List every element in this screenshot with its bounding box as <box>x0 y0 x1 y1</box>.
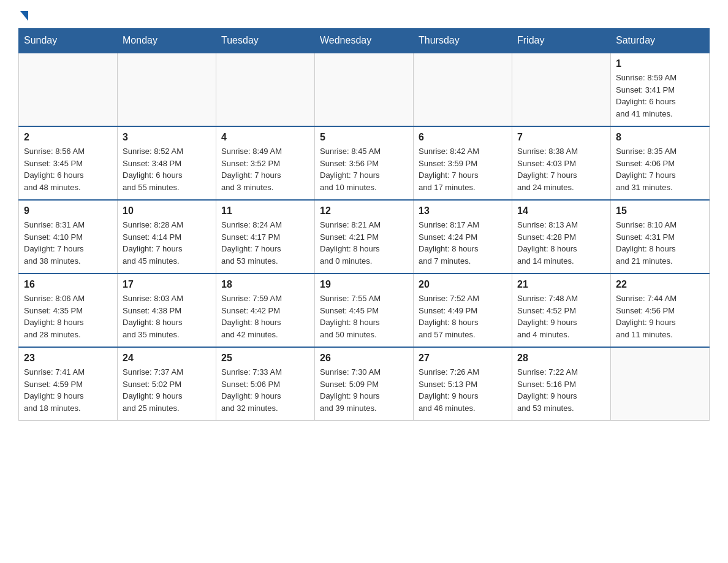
calendar-cell: 7Sunrise: 8:38 AM Sunset: 4:03 PM Daylig… <box>512 126 611 200</box>
calendar-cell: 11Sunrise: 8:24 AM Sunset: 4:17 PM Dayli… <box>216 200 315 274</box>
calendar-cell <box>19 53 118 126</box>
calendar-cell: 13Sunrise: 8:17 AM Sunset: 4:24 PM Dayli… <box>414 200 512 274</box>
day-info: Sunrise: 8:38 AM Sunset: 4:03 PM Dayligh… <box>517 145 605 193</box>
day-info: Sunrise: 8:59 AM Sunset: 3:41 PM Dayligh… <box>616 72 704 120</box>
weekday-header-monday: Monday <box>118 29 216 53</box>
calendar-week-row: 9Sunrise: 8:31 AM Sunset: 4:10 PM Daylig… <box>19 200 710 274</box>
day-number: 13 <box>419 205 507 216</box>
day-number: 25 <box>221 353 309 364</box>
calendar-cell: 6Sunrise: 8:42 AM Sunset: 3:59 PM Daylig… <box>414 126 512 200</box>
day-number: 22 <box>616 279 704 290</box>
day-number: 15 <box>616 205 704 216</box>
day-info: Sunrise: 7:44 AM Sunset: 4:56 PM Dayligh… <box>616 293 704 340</box>
calendar-cell <box>315 53 414 126</box>
calendar-cell <box>611 347 710 421</box>
day-number: 10 <box>123 205 211 216</box>
day-info: Sunrise: 8:49 AM Sunset: 3:52 PM Dayligh… <box>221 145 309 193</box>
calendar-cell: 26Sunrise: 7:30 AM Sunset: 5:09 PM Dayli… <box>315 347 414 421</box>
weekday-header-saturday: Saturday <box>611 29 710 53</box>
day-number: 12 <box>320 205 408 216</box>
day-info: Sunrise: 7:22 AM Sunset: 5:16 PM Dayligh… <box>517 366 605 414</box>
day-number: 18 <box>221 279 309 290</box>
calendar-cell: 3Sunrise: 8:52 AM Sunset: 3:48 PM Daylig… <box>118 126 216 200</box>
day-info: Sunrise: 7:52 AM Sunset: 4:49 PM Dayligh… <box>419 293 507 340</box>
logo <box>18 12 28 22</box>
calendar-cell <box>118 53 216 126</box>
calendar-cell: 2Sunrise: 8:56 AM Sunset: 3:45 PM Daylig… <box>19 126 118 200</box>
weekday-header-sunday: Sunday <box>19 29 118 53</box>
day-number: 14 <box>517 205 605 216</box>
day-number: 9 <box>24 205 112 216</box>
day-info: Sunrise: 7:59 AM Sunset: 4:42 PM Dayligh… <box>221 293 309 340</box>
day-info: Sunrise: 8:13 AM Sunset: 4:28 PM Dayligh… <box>517 219 605 267</box>
calendar-cell: 15Sunrise: 8:10 AM Sunset: 4:31 PM Dayli… <box>611 200 710 274</box>
calendar-cell: 23Sunrise: 7:41 AM Sunset: 4:59 PM Dayli… <box>19 347 118 421</box>
day-number: 3 <box>123 132 211 143</box>
weekday-header-tuesday: Tuesday <box>216 29 315 53</box>
day-number: 23 <box>24 353 112 364</box>
calendar-week-row: 16Sunrise: 8:06 AM Sunset: 4:35 PM Dayli… <box>19 274 710 347</box>
day-number: 1 <box>616 58 704 69</box>
day-info: Sunrise: 7:55 AM Sunset: 4:45 PM Dayligh… <box>320 293 408 340</box>
calendar-cell: 27Sunrise: 7:26 AM Sunset: 5:13 PM Dayli… <box>414 347 512 421</box>
calendar-cell: 8Sunrise: 8:35 AM Sunset: 4:06 PM Daylig… <box>611 126 710 200</box>
logo-triangle-icon <box>20 11 28 21</box>
calendar-cell: 5Sunrise: 8:45 AM Sunset: 3:56 PM Daylig… <box>315 126 414 200</box>
day-info: Sunrise: 8:03 AM Sunset: 4:38 PM Dayligh… <box>123 293 211 340</box>
day-number: 8 <box>616 132 704 143</box>
day-info: Sunrise: 7:41 AM Sunset: 4:59 PM Dayligh… <box>24 366 112 414</box>
calendar-week-row: 1Sunrise: 8:59 AM Sunset: 3:41 PM Daylig… <box>19 53 710 126</box>
day-number: 27 <box>419 353 507 364</box>
calendar-cell: 20Sunrise: 7:52 AM Sunset: 4:49 PM Dayli… <box>414 274 512 347</box>
day-info: Sunrise: 8:24 AM Sunset: 4:17 PM Dayligh… <box>221 219 309 267</box>
day-number: 20 <box>419 279 507 290</box>
day-info: Sunrise: 8:31 AM Sunset: 4:10 PM Dayligh… <box>24 219 112 267</box>
calendar-cell <box>414 53 512 126</box>
day-info: Sunrise: 8:21 AM Sunset: 4:21 PM Dayligh… <box>320 219 408 267</box>
calendar-cell: 4Sunrise: 8:49 AM Sunset: 3:52 PM Daylig… <box>216 126 315 200</box>
weekday-header-friday: Friday <box>512 29 611 53</box>
day-number: 11 <box>221 205 309 216</box>
day-info: Sunrise: 7:37 AM Sunset: 5:02 PM Dayligh… <box>123 366 211 414</box>
calendar-week-row: 23Sunrise: 7:41 AM Sunset: 4:59 PM Dayli… <box>19 347 710 421</box>
day-info: Sunrise: 8:28 AM Sunset: 4:14 PM Dayligh… <box>123 219 211 267</box>
calendar-cell: 18Sunrise: 7:59 AM Sunset: 4:42 PM Dayli… <box>216 274 315 347</box>
calendar-cell: 25Sunrise: 7:33 AM Sunset: 5:06 PM Dayli… <box>216 347 315 421</box>
day-number: 17 <box>123 279 211 290</box>
day-info: Sunrise: 8:10 AM Sunset: 4:31 PM Dayligh… <box>616 219 704 267</box>
calendar-cell: 14Sunrise: 8:13 AM Sunset: 4:28 PM Dayli… <box>512 200 611 274</box>
day-info: Sunrise: 8:17 AM Sunset: 4:24 PM Dayligh… <box>419 219 507 267</box>
calendar-cell: 28Sunrise: 7:22 AM Sunset: 5:16 PM Dayli… <box>512 347 611 421</box>
day-number: 2 <box>24 132 112 143</box>
calendar-table: SundayMondayTuesdayWednesdayThursdayFrid… <box>18 28 710 421</box>
weekday-header-wednesday: Wednesday <box>315 29 414 53</box>
day-number: 26 <box>320 353 408 364</box>
day-info: Sunrise: 7:33 AM Sunset: 5:06 PM Dayligh… <box>221 366 309 414</box>
day-info: Sunrise: 8:56 AM Sunset: 3:45 PM Dayligh… <box>24 145 112 193</box>
day-info: Sunrise: 8:06 AM Sunset: 4:35 PM Dayligh… <box>24 293 112 340</box>
calendar-cell: 22Sunrise: 7:44 AM Sunset: 4:56 PM Dayli… <box>611 274 710 347</box>
day-info: Sunrise: 7:48 AM Sunset: 4:52 PM Dayligh… <box>517 293 605 340</box>
day-number: 24 <box>123 353 211 364</box>
calendar-cell <box>512 53 611 126</box>
day-number: 5 <box>320 132 408 143</box>
day-info: Sunrise: 7:26 AM Sunset: 5:13 PM Dayligh… <box>419 366 507 414</box>
day-info: Sunrise: 8:42 AM Sunset: 3:59 PM Dayligh… <box>419 145 507 193</box>
calendar-header-row: SundayMondayTuesdayWednesdayThursdayFrid… <box>19 29 710 53</box>
day-number: 16 <box>24 279 112 290</box>
weekday-header-thursday: Thursday <box>414 29 512 53</box>
day-number: 6 <box>419 132 507 143</box>
calendar-cell: 17Sunrise: 8:03 AM Sunset: 4:38 PM Dayli… <box>118 274 216 347</box>
calendar-cell: 12Sunrise: 8:21 AM Sunset: 4:21 PM Dayli… <box>315 200 414 274</box>
calendar-cell: 9Sunrise: 8:31 AM Sunset: 4:10 PM Daylig… <box>19 200 118 274</box>
day-number: 7 <box>517 132 605 143</box>
day-number: 4 <box>221 132 309 143</box>
day-info: Sunrise: 7:30 AM Sunset: 5:09 PM Dayligh… <box>320 366 408 414</box>
day-number: 19 <box>320 279 408 290</box>
day-number: 21 <box>517 279 605 290</box>
day-info: Sunrise: 8:52 AM Sunset: 3:48 PM Dayligh… <box>123 145 211 193</box>
calendar-cell: 21Sunrise: 7:48 AM Sunset: 4:52 PM Dayli… <box>512 274 611 347</box>
calendar-week-row: 2Sunrise: 8:56 AM Sunset: 3:45 PM Daylig… <box>19 126 710 200</box>
calendar-cell: 10Sunrise: 8:28 AM Sunset: 4:14 PM Dayli… <box>118 200 216 274</box>
day-info: Sunrise: 8:35 AM Sunset: 4:06 PM Dayligh… <box>616 145 704 193</box>
